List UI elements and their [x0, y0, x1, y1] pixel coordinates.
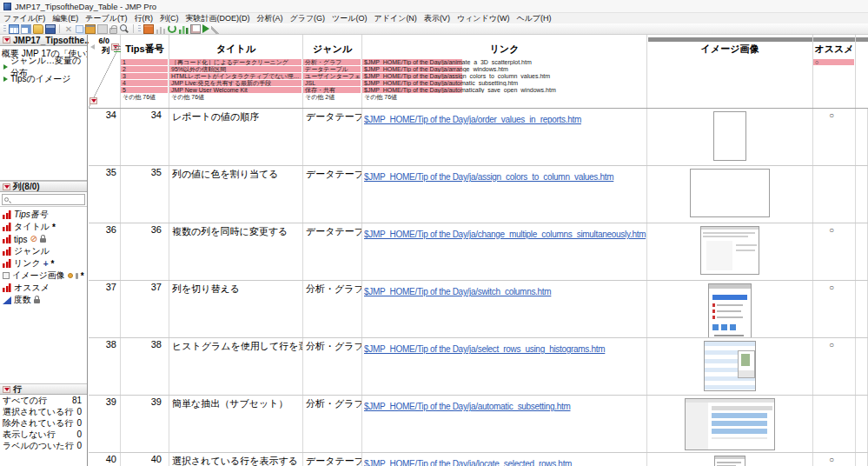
tip-link[interactable]: $JMP_HOME/Tip of the Day/ja/select_rows_…: [364, 344, 605, 354]
table-row[interactable]: 36 36 複数の列を同時に変更する データテーブル $JMP_HOME/Tip…: [89, 223, 868, 281]
refresh-icon[interactable]: [168, 24, 176, 33]
cell-genre[interactable]: 分析・グラフ: [303, 338, 362, 395]
menu-doe[interactable]: 実験計画(DOE)(D): [182, 13, 253, 23]
cell-link[interactable]: $JMP_HOME/Tip of the Day/ja/locate_selec…: [362, 453, 647, 466]
copy-icon[interactable]: [76, 25, 83, 33]
open-icon[interactable]: [33, 24, 43, 34]
menu-help[interactable]: ヘルプ(H): [513, 13, 554, 23]
menu-addins[interactable]: アドイン(N): [371, 13, 421, 23]
run-script-icon[interactable]: [3, 64, 8, 70]
menu-rows[interactable]: 行(R): [130, 13, 156, 23]
column-header-recommend[interactable]: オススメ ○: [813, 35, 856, 108]
menu-graph[interactable]: グラフ(G): [286, 13, 328, 23]
cell-title[interactable]: 複数の列を同時に変更する: [169, 223, 303, 280]
cell-title[interactable]: 選択されている行を表示する: [169, 453, 303, 466]
column-header-image[interactable]: イメージ画像: [647, 35, 813, 108]
cell-genre[interactable]: データテーブル: [303, 453, 362, 466]
zoom-icon[interactable]: [119, 24, 129, 34]
header-preview-value[interactable]: JSL: [303, 80, 361, 86]
header-preview-value[interactable]: [813, 66, 854, 72]
table-row[interactable]: 34 34 レポートの値の順序 データテーブル $JMP_HOME/Tip of…: [89, 109, 868, 166]
cell-tips-number[interactable]: 36: [121, 223, 169, 280]
chart-icon[interactable]: [156, 24, 166, 34]
column-header-label[interactable]: ジャンル: [303, 35, 361, 59]
column-header-link[interactable]: リンク $JMP_HOME/Tip of the Day/ja/animate_…: [362, 35, 647, 108]
rows-red-triangle-button[interactable]: [3, 386, 10, 393]
cell-genre[interactable]: 分析・グラフ: [303, 396, 362, 452]
list-view-icon[interactable]: [114, 46, 121, 52]
column-header-label[interactable]: タイトル: [169, 35, 302, 59]
table-row[interactable]: 35 35 列の値に色を割り当てる データテーブル $JMP_HOME/Tip …: [89, 166, 868, 223]
cell-recommend[interactable]: ○: [813, 281, 856, 337]
cell-genre[interactable]: データテーブル: [303, 109, 362, 165]
table-tools-icon[interactable]: [143, 24, 154, 34]
cell-image[interactable]: [647, 453, 813, 466]
cell-tips-number[interactable]: 34: [121, 109, 169, 165]
cell-image[interactable]: [647, 109, 813, 165]
cell-link[interactable]: $JMP_HOME/Tip of the Day/ja/change_multi…: [362, 223, 647, 280]
run-script-icon[interactable]: [3, 77, 8, 82]
scroll-left-icon[interactable]: [90, 44, 95, 50]
column-item-title[interactable]: タイトル *: [0, 221, 87, 233]
tip-link[interactable]: $JMP_HOME/Tip of the Day/ja/locate_selec…: [364, 459, 572, 466]
header-preview-value[interactable]: ユーザインターフェ…: [303, 73, 361, 79]
columns-red-triangle-button[interactable]: [3, 183, 10, 190]
cell-title[interactable]: ヒストグラムを使用して行を選択する: [169, 338, 303, 395]
column-header-title[interactable]: タイトル ［再コード化］によるデータクリーニング 95%以外の信頼区間 HTML…: [169, 35, 303, 108]
cell-link[interactable]: $JMP_HOME/Tip of the Day/ja/order_values…: [362, 109, 647, 165]
cell-recommend[interactable]: ○: [813, 109, 856, 165]
header-preview-value[interactable]: $JMP_HOME/Tip of the Day/ja/automatic_su…: [362, 80, 646, 86]
cell-link[interactable]: $JMP_HOME/Tip of the Day/ja/switch_colum…: [362, 281, 647, 337]
column-item-tips[interactable]: tips ⊘: [0, 233, 87, 245]
header-preview-value[interactable]: 4: [121, 80, 168, 86]
grid-corner[interactable]: 6/0列: [89, 35, 121, 108]
run-script-icon[interactable]: [202, 24, 209, 33]
header-preview-value[interactable]: データテーブル: [303, 66, 361, 72]
header-preview-value[interactable]: JMP New User Welcome Kit: [169, 87, 301, 93]
menu-tables[interactable]: テーブル(T): [82, 13, 130, 23]
header-preview-value[interactable]: ［再コード化］によるデータクリーニング: [169, 59, 301, 65]
cell-title[interactable]: 列を切り替える: [169, 281, 303, 337]
new-window-icon[interactable]: [21, 24, 31, 34]
header-preview-value[interactable]: [813, 80, 854, 86]
menu-view[interactable]: 表示(V): [421, 13, 454, 23]
header-preview-value[interactable]: 1: [121, 59, 168, 65]
column-header-genre[interactable]: ジャンル 分析・グラフ データテーブル ユーザインターフェ… JSL 保存・共有…: [303, 35, 362, 108]
header-preview-value[interactable]: 5: [121, 87, 168, 93]
tip-link[interactable]: $JMP_HOME/Tip of the Day/ja/order_values…: [364, 115, 581, 124]
row-number[interactable]: 35: [89, 166, 121, 223]
cell-tips-number[interactable]: 38: [121, 338, 169, 395]
menu-edit[interactable]: 編集(E): [49, 13, 82, 23]
column-header-label[interactable]: リンク: [362, 35, 646, 59]
header-preview-others[interactable]: その他 76値: [169, 94, 302, 101]
column-item-image[interactable]: イメージ画像 *: [0, 270, 87, 282]
layout-icon[interactable]: [190, 24, 201, 34]
save-icon[interactable]: [45, 24, 56, 34]
menu-cols[interactable]: 列(C): [156, 13, 182, 23]
toolbar-grip[interactable]: [3, 25, 6, 33]
table-row[interactable]: 39 39 簡単な抽出（サブセット） 分析・グラフ $JMP_HOME/Tip …: [89, 396, 868, 453]
cell-tips-number[interactable]: 39: [121, 396, 169, 452]
cell-tips-number[interactable]: 40: [121, 453, 169, 466]
cell-recommend[interactable]: ○: [813, 223, 856, 280]
row-number[interactable]: 40: [89, 453, 121, 466]
column-search-input[interactable]: [2, 194, 85, 205]
cell-image[interactable]: [647, 223, 813, 280]
cell-recommend[interactable]: [813, 396, 856, 452]
menu-window[interactable]: ウィンドウ(W): [454, 13, 514, 23]
header-preview-value[interactable]: HTMLレポートがインタラクティブでない理…: [169, 73, 301, 79]
cell-image[interactable]: [647, 338, 813, 395]
cell-recommend[interactable]: [813, 166, 856, 223]
header-preview-value[interactable]: 2: [121, 66, 168, 72]
cell-genre[interactable]: データテーブル: [303, 223, 362, 280]
table-row[interactable]: 37 37 列を切り替える 分析・グラフ $JMP_HOME/Tip of th…: [89, 281, 868, 338]
edit-icon[interactable]: [211, 24, 222, 34]
row-number[interactable]: 36: [89, 223, 121, 280]
header-preview-others[interactable]: [813, 94, 855, 101]
row-number[interactable]: 37: [89, 281, 121, 337]
tip-link[interactable]: $JMP_HOME/Tip of the Day/ja/change_multi…: [364, 230, 646, 239]
header-preview-others[interactable]: その他 76値: [121, 94, 169, 101]
column-item-recommend[interactable]: オススメ: [0, 282, 87, 294]
header-preview-value[interactable]: 3: [121, 73, 168, 79]
cell-link[interactable]: $JMP_HOME/Tip of the Day/ja/automatic_su…: [362, 396, 647, 452]
